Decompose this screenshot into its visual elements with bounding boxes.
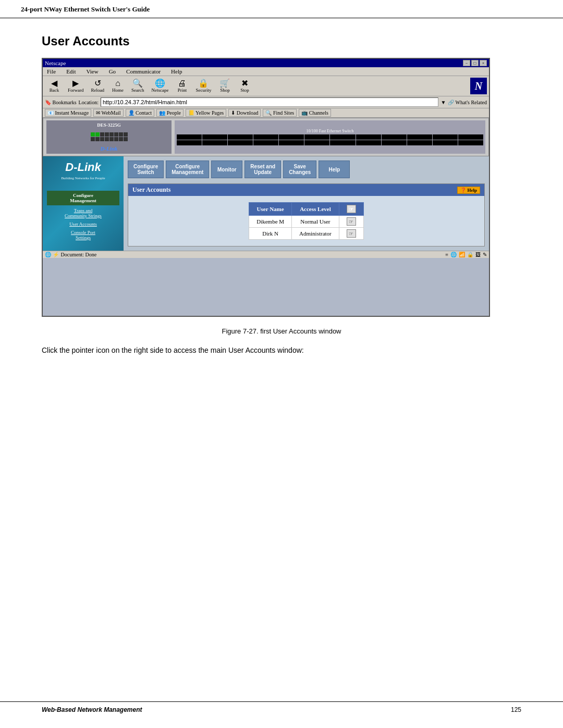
- status-icon-5: 🖼: [475, 252, 481, 257]
- reload-button[interactable]: ↺ Reload: [88, 78, 108, 94]
- left-sidebar: D-Link Building Networks for People Conf…: [43, 156, 124, 251]
- row1-pointer-icon[interactable]: ☞: [347, 217, 356, 226]
- rport-8: [356, 134, 381, 140]
- menu-file[interactable]: File: [45, 68, 58, 75]
- switch-left: DES-3225G: [46, 120, 172, 154]
- netscape-logo: N: [470, 78, 487, 94]
- port-13: [109, 137, 114, 141]
- rport-18: [304, 140, 329, 145]
- port-10: [95, 137, 100, 141]
- close-button[interactable]: ×: [480, 60, 487, 66]
- sidebar-link-user-accounts[interactable]: User Accounts: [47, 220, 119, 228]
- main-content: User Accounts Netscape − □ × File Edit V…: [0, 18, 563, 387]
- status-icon-1: ≡: [445, 252, 448, 257]
- menu-bar: File Edit View Go Communicator Help: [43, 67, 489, 76]
- print-button[interactable]: 🖨 Print: [173, 78, 191, 94]
- security-label: Security: [195, 88, 211, 93]
- sidebar-link-console-port[interactable]: Console PortSettings: [47, 228, 119, 242]
- menu-communicator[interactable]: Communicator: [124, 68, 163, 75]
- rport-3: [228, 134, 253, 140]
- minimize-button[interactable]: −: [463, 60, 470, 66]
- browser-title: Netscape: [45, 60, 66, 66]
- menu-edit[interactable]: Edit: [64, 68, 78, 75]
- dlink-text-small: D-Link: [101, 145, 118, 152]
- whats-related[interactable]: 🔗 What's Related: [448, 100, 487, 105]
- dlink-panel: D-Link Building Networks for People Conf…: [43, 156, 489, 251]
- status-icon-6: ✎: [483, 252, 487, 257]
- forward-button[interactable]: ▶ Forward: [65, 78, 87, 94]
- maximize-button[interactable]: □: [471, 60, 479, 66]
- location-input[interactable]: [101, 97, 438, 107]
- rport-9: [382, 134, 407, 140]
- row2-pointer-icon[interactable]: ☞: [347, 229, 356, 238]
- user-accounts-panel: User Accounts ❓ Help User Name Access Le…: [128, 183, 485, 246]
- home-icon: ⌂: [115, 79, 120, 88]
- rport-2: [202, 134, 227, 140]
- ua-help-button[interactable]: ❓ Help: [457, 187, 480, 194]
- switch-model-right: 10/100 Fast Ethernet Switch: [177, 129, 483, 133]
- port-grid-left: [91, 132, 128, 141]
- col-action: ☞: [339, 203, 363, 216]
- rport-1: [177, 134, 202, 140]
- ua-table-body: Dikembe M Normal User ☞ Dirk N Adminis: [249, 216, 364, 240]
- switch-ports-left: [48, 132, 169, 141]
- back-button[interactable]: ◀ Back: [45, 78, 64, 94]
- reload-icon: ↺: [94, 79, 101, 88]
- status-icon-4: 🔒: [467, 252, 473, 257]
- rport-5: [279, 134, 304, 140]
- rport-13: [177, 140, 202, 145]
- back-label: Back: [50, 88, 59, 93]
- port-grid-right: [177, 134, 483, 145]
- forward-icon: ▶: [72, 79, 79, 88]
- port-7: [119, 132, 123, 137]
- rport-20: [356, 140, 381, 145]
- reset-update-button[interactable]: Reset andUpdate: [244, 161, 281, 178]
- quicklink-contact[interactable]: 👤 Contact: [126, 109, 155, 117]
- security-button[interactable]: 🔒 Security: [192, 78, 214, 94]
- quicklink-yellow-pages[interactable]: 📒 Yellow Pages: [186, 109, 226, 117]
- dlink-tagline: Building Networks for People: [61, 176, 105, 180]
- help-button[interactable]: Help: [319, 161, 350, 178]
- header-pointer-icon[interactable]: ☞: [347, 205, 356, 213]
- ua-header-row: User Name Access Level ☞: [249, 203, 364, 216]
- page-footer: Web-Based Network Management 125: [0, 701, 563, 718]
- location-arrow[interactable]: ▼: [440, 100, 446, 105]
- back-icon: ◀: [51, 79, 57, 88]
- menu-help[interactable]: Help: [169, 68, 184, 75]
- quicklink-instant-message[interactable]: 📧 Instant Message: [45, 109, 91, 117]
- print-label: Print: [178, 88, 187, 93]
- search-button[interactable]: 🔍 Search: [128, 78, 148, 94]
- sidebar-link-traps[interactable]: Traps andCommunity Strings: [47, 206, 119, 220]
- menu-view[interactable]: View: [84, 68, 100, 75]
- forward-label: Forward: [68, 88, 84, 93]
- menu-go[interactable]: Go: [107, 68, 118, 75]
- sidebar-section-configure[interactable]: ConfigureManagement: [47, 191, 119, 205]
- stop-button[interactable]: ✖ Stop: [235, 78, 254, 94]
- page-header: 24-port NWay Ethernet Switch User's Guid…: [0, 0, 563, 18]
- monitor-button[interactable]: Monitor: [211, 161, 242, 178]
- col-username: User Name: [249, 203, 292, 216]
- port-1: [91, 132, 95, 137]
- security-icon: 🔒: [198, 79, 209, 88]
- quicklink-people[interactable]: 👥 People: [156, 109, 183, 117]
- rport-21: [382, 140, 407, 145]
- home-button[interactable]: ⌂ Home: [108, 78, 127, 94]
- configure-management-button[interactable]: ConfigureManagement: [166, 161, 209, 178]
- body-text: Click the pointer icon on the right side…: [42, 344, 521, 356]
- stop-icon: ✖: [241, 79, 248, 88]
- browser-content: DES-3225G: [43, 118, 489, 316]
- quicklink-download[interactable]: ⬇ Download: [228, 109, 261, 117]
- quicklink-channels[interactable]: 📺 Channels: [299, 109, 331, 117]
- status-icon-3: 📶: [459, 252, 465, 257]
- switch-graphic: DES-3225G: [43, 118, 489, 156]
- configure-switch-button[interactable]: ConfigureSwitch: [128, 161, 164, 178]
- toolbar: ◀ Back ▶ Forward ↺ Reload ⌂ Home 🔍 Searc…: [43, 76, 489, 96]
- save-changes-button[interactable]: SaveChanges: [283, 161, 316, 178]
- shop-button[interactable]: 🛒 Shop: [215, 78, 234, 94]
- quicklink-webmail[interactable]: ✉ WebMail: [93, 109, 123, 117]
- quicklink-find-sites[interactable]: 🔍 Find Sites: [263, 109, 297, 117]
- search-label: Search: [131, 88, 144, 93]
- port-5: [109, 132, 114, 137]
- table-row: Dirk N Administrator ☞: [249, 228, 364, 240]
- netscape-button[interactable]: 🌐 Netscape: [149, 78, 172, 94]
